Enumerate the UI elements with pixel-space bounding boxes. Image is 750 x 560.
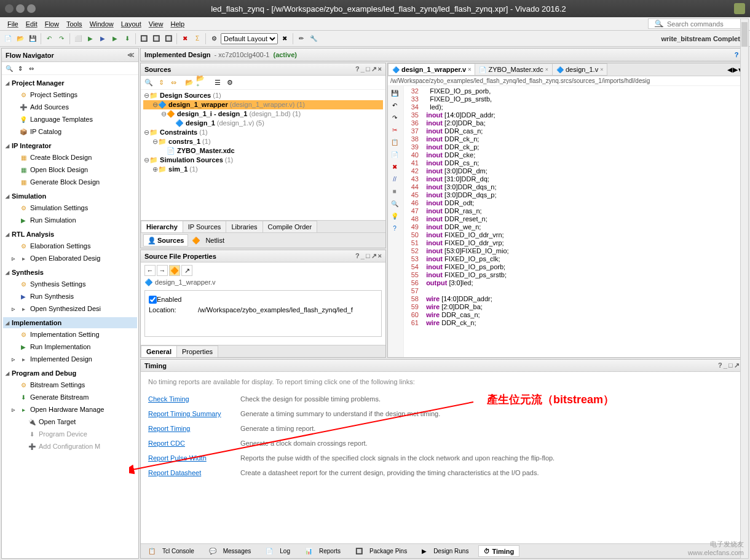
nav-item[interactable]: 💡Language Templates [3,113,137,125]
toolbar-icon[interactable]: ⬜ [73,33,84,44]
nav-item[interactable]: ⚙Elaboration Settings [3,240,137,252]
collapse-icon[interactable]: ⇕ [156,77,167,88]
maximize-icon[interactable] [27,4,36,13]
toolbar-icon[interactable]: ▶ [97,33,108,44]
timing-link[interactable]: Check Timing [148,395,240,403]
tab-designruns[interactable]: ▶ Design Runs [417,545,478,557]
cut-icon[interactable]: ✂ [389,124,400,135]
nav-item[interactable]: ⬇Program Device [3,428,137,440]
toolbar-icon[interactable]: ✖ [180,33,191,44]
tab-compileorder[interactable]: Compile Order [262,221,318,232]
nav-group-header[interactable]: RTL Analysis [3,229,137,240]
tab-log[interactable]: 📄 Log [261,545,300,557]
add-icon[interactable]: 📂⁺ [196,77,207,88]
toolbar-icon[interactable]: 🔲 [138,33,149,44]
nav-group-header[interactable]: Simulation [3,191,137,202]
toolbar-icon[interactable]: ✏ [296,33,307,44]
timing-link[interactable]: Report Timing [148,425,240,432]
back-icon[interactable]: ← [144,265,156,276]
tree-node[interactable]: 🔷 design_1 (design_1.v) (5) [143,119,383,128]
tab-packagepins[interactable]: 🔲 Package Pins [350,545,417,557]
subtab-netlist[interactable]: 🔶 Netlist [188,234,232,246]
maximize-icon[interactable]: ↗ [371,65,377,73]
tab-general[interactable]: General [141,345,177,357]
search-icon[interactable]: 🔍 [143,77,154,88]
menu-file[interactable]: File [4,20,22,28]
help-icon[interactable]: ? [389,223,400,234]
nav-item[interactable]: ▦Generate Block Design [3,176,137,188]
tree-node[interactable]: 📄 ZYBO_Master.xdc [143,146,383,156]
search-commands[interactable]: 🔍 [648,18,746,29]
nav-item[interactable]: ▶Run Synthesis [3,290,137,302]
nav-item[interactable]: ▹▸Open Elaborated Desig [3,252,137,264]
nav-item[interactable]: ▦Create Block Design [3,151,137,164]
nav-group-header[interactable]: IP Integrator [3,140,137,151]
code-area[interactable]: 32 FIXED_IO_ps_porb,33 FIXED_IO_ps_srstb… [404,86,748,357]
nav-item[interactable]: 🔌Open Target [3,416,137,428]
help-icon[interactable]: ? [718,361,722,369]
paste-icon[interactable]: 📄 [389,149,400,160]
toggle-icon[interactable]: ≡ [389,186,400,197]
expand-icon[interactable]: ⇔ [168,77,179,88]
tab-tclconsole[interactable]: 📋 Tcl Console [143,545,204,557]
undo-icon[interactable]: ↶ [389,100,400,111]
nav-item[interactable]: ⚙Implementation Setting [3,328,137,341]
restore-icon[interactable]: □ [728,361,733,369]
editor-tab[interactable]: 📄 ZYBO_Master.xdc × [475,63,553,76]
close-icon[interactable] [5,4,14,13]
maximize-icon[interactable]: ↗ [371,252,377,260]
help-icon[interactable]: ? [355,252,360,260]
sources-tree[interactable]: ⊖📁 Design Sources (1)⊖🔷 design_1_wrapper… [141,90,385,220]
restore-icon[interactable]: □ [366,65,370,73]
toolbar-icon[interactable]: 🔧 [308,33,319,44]
nav-item[interactable]: ▦Open Block Design [3,164,137,176]
nav-group-header[interactable]: Program and Debug [3,368,137,379]
add-icon[interactable]: 📂 [184,77,195,88]
toolbar-icon[interactable]: ▶ [85,33,96,44]
toolbar-icon[interactable]: 🔲 [163,33,174,44]
tree-node[interactable]: ⊖📁 Design Sources (1) [143,91,383,100]
close-icon[interactable]: × [378,65,382,73]
nav-item[interactable]: ▹▸Implemented Design [3,353,137,365]
subtab-sources[interactable]: 👤 Sources [143,234,188,246]
tree-node[interactable]: ⊖🔷 design_1_wrapper (design_1_wrapper.v)… [143,100,383,109]
tree-node[interactable]: ⊖📁 Simulation Sources (1) [143,156,383,165]
minimize-icon[interactable] [16,4,25,13]
save-icon[interactable]: 💾 [27,33,38,44]
toggle-icon[interactable]: ☰ [212,77,223,88]
tree-node[interactable]: ⊖🔶 design_1_i - design_1 (design_1.bd) (… [143,109,383,119]
nav-icon[interactable]: 🔶 [169,265,180,276]
nav-item[interactable]: ▶Run Implementation [3,341,137,353]
prev-icon[interactable]: ◀ [727,66,732,74]
nav-item[interactable]: ▹▸Open Hardware Manage [3,403,137,416]
enabled-checkbox[interactable] [149,296,157,304]
menu-tools[interactable]: Tools [63,20,86,28]
collapse-icon[interactable]: ⇕ [15,63,25,73]
redo-icon[interactable]: ↷ [389,112,400,123]
tab-ipsources[interactable]: IP Sources [183,221,227,232]
nav-group-header[interactable]: Implementation [3,317,137,328]
editor-tab[interactable]: 🔷 design_1.v × [552,63,607,76]
redo-icon[interactable]: ↷ [56,33,67,44]
find-icon[interactable]: 🔍 [389,198,400,209]
restore-icon[interactable]: □ [366,252,370,260]
comment-icon[interactable]: // [389,173,400,184]
new-icon[interactable]: 📄 [2,33,14,44]
nav-icon[interactable]: ↗ [181,265,192,276]
nav-group-header[interactable]: Project Manager [3,77,137,89]
timing-link[interactable]: Report Datasheet [148,469,240,476]
timing-link[interactable]: Report Pulse Width [148,454,240,462]
delete-icon[interactable]: ✖ [389,161,400,172]
bulb-icon[interactable]: 💡 [389,210,400,221]
nav-group-header[interactable]: Synthesis [3,267,137,278]
settings-icon[interactable]: ⚙ [224,77,235,88]
tab-messages[interactable]: 💬 Messages [204,545,261,557]
timing-link[interactable]: Report Timing Summary [148,410,240,417]
search-input[interactable] [667,20,747,28]
editor-tab[interactable]: 🔷 design_1_wrapper.v × [388,63,475,76]
nav-item[interactable]: ⚙Bitstream Settings [3,379,137,391]
menu-view[interactable]: View [145,20,167,28]
timing-link[interactable]: Report CDC [148,440,240,447]
nav-item[interactable]: ▹▸Open Synthesized Desi [3,302,137,315]
close-icon[interactable]: × [378,252,382,260]
